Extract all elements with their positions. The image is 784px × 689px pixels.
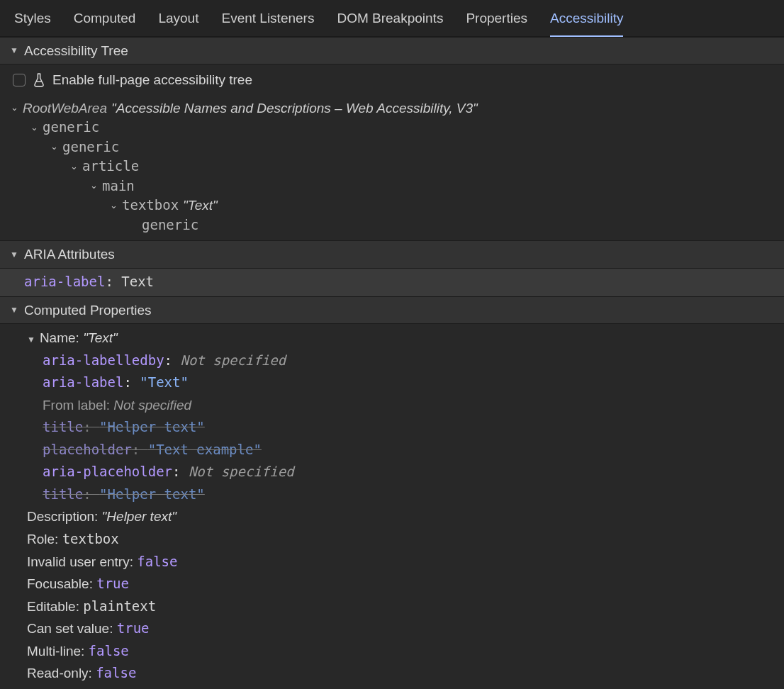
src-attr: placeholder [43, 442, 132, 457]
tab-accessibility[interactable]: Accessibility [550, 7, 623, 37]
chevron-down-icon: ⌄ [50, 140, 58, 154]
src-attr: aria-label [43, 374, 123, 390]
node-role: generic [62, 138, 119, 157]
aria-attribute-row[interactable]: aria-label: Text [0, 269, 784, 296]
prop-label: Can set value: [27, 621, 117, 636]
computed-readonly-row: Read-only: false [10, 662, 774, 685]
prop-value: false [137, 554, 177, 569]
tree-node-article[interactable]: ⌄ article [10, 157, 784, 177]
separator: : [105, 274, 121, 289]
src-value: "Helper text" [99, 486, 205, 502]
tree-node-root[interactable]: ⌄ RootWebArea "Accessible Names and Desc… [10, 99, 784, 118]
prop-value: textbox [62, 531, 119, 547]
tab-event-listeners[interactable]: Event Listeners [221, 7, 314, 36]
prop-value: false [96, 665, 136, 680]
enable-full-page-tree-row: Enable full-page accessibility tree [0, 65, 784, 96]
tree-node-generic-leaf[interactable]: generic [10, 215, 784, 235]
prop-value: "Helper text" [102, 509, 177, 524]
computed-multiline-row: Multi-line: false [10, 640, 774, 663]
node-role: RootWebArea [23, 99, 107, 118]
tree-node-textbox[interactable]: ⌄ textbox "Text" [10, 196, 784, 215]
src-value: "Helper text" [99, 419, 205, 435]
node-name: "Accessible Names and Descriptions – Web… [111, 99, 478, 118]
section-title: Accessibility Tree [24, 41, 128, 61]
src-attr: title [43, 486, 83, 502]
tree-node-main[interactable]: ⌄ main [10, 177, 784, 196]
name-source-aria-labelledby: aria-labelledby: Not specified [10, 349, 774, 372]
tab-styles[interactable]: Styles [14, 7, 51, 36]
computed-cansetvalue-row: Can set value: true [10, 617, 774, 640]
chevron-down-icon: ⌄ [89, 179, 98, 193]
src-attr: aria-labelledby [43, 352, 164, 368]
tab-dom-breakpoints[interactable]: DOM Breakpoints [337, 7, 443, 36]
disclosure-triangle-icon: ▼ [27, 335, 40, 344]
prop-value: false [89, 643, 129, 659]
node-name: "Text" [183, 196, 218, 215]
node-role: textbox [122, 196, 179, 215]
tab-layout[interactable]: Layout [158, 7, 198, 36]
name-source-title-overridden-2: title: "Helper text" [10, 483, 774, 506]
computed-name-row[interactable]: ▼Name: "Text" [10, 327, 774, 349]
src-value: Not specified [189, 464, 294, 479]
experiment-flask-icon [33, 73, 45, 87]
prop-label: Focusable: [27, 576, 96, 591]
prop-label: Name: [40, 330, 83, 345]
section-title: Computed Properties [24, 301, 152, 320]
src-value: Not specified [180, 352, 286, 368]
prop-label: Invalid user entry: [27, 554, 137, 569]
tab-computed[interactable]: Computed [74, 7, 136, 36]
prop-label: Editable: [27, 599, 83, 614]
prop-value: plaintext [83, 598, 156, 614]
chevron-down-icon: ⌄ [109, 199, 118, 213]
node-role: main [102, 177, 135, 196]
name-source-aria-placeholder: aria-placeholder: Not specified [10, 461, 774, 483]
prop-label: Read-only: [27, 666, 96, 680]
section-header-accessibility-tree[interactable]: ▼ Accessibility Tree [0, 37, 784, 65]
src-value: Not specified [113, 398, 191, 413]
src-value: "Text" [140, 374, 189, 390]
chevron-down-icon: ⌄ [30, 121, 38, 135]
computed-role-row: Role: textbox [10, 528, 774, 551]
computed-properties-panel: ▼Name: "Text" aria-labelledby: Not speci… [0, 324, 784, 689]
name-source-title-overridden-1: title: "Helper text" [10, 416, 774, 439]
prop-label: Role: [27, 532, 62, 547]
computed-editable-row: Editable: plaintext [10, 595, 774, 618]
node-role: generic [43, 118, 99, 138]
prop-value: true [96, 576, 129, 591]
name-source-from-label: From label: Not specified [10, 394, 774, 417]
prop-value: true [117, 620, 150, 636]
computed-description-row: Description: "Helper text" [10, 505, 774, 528]
section-title: ARIA Attributes [24, 245, 115, 264]
aria-attr-value: Text [121, 274, 154, 289]
disclosure-triangle-icon: ▼ [10, 249, 18, 261]
computed-invalid-row: Invalid user entry: false [10, 551, 774, 573]
tree-node-generic-2[interactable]: ⌄ generic [10, 138, 784, 157]
aria-attr-name: aria-label [24, 274, 105, 289]
prop-label: Multi-line: [27, 644, 89, 659]
section-header-computed-properties[interactable]: ▼ Computed Properties [0, 296, 784, 325]
computed-focusable-row: Focusable: true [10, 573, 774, 595]
node-role: article [82, 157, 139, 177]
src-attr: title [43, 419, 83, 435]
disclosure-triangle-icon: ▼ [10, 304, 18, 316]
accessibility-tree: ⌄ RootWebArea "Accessible Names and Desc… [0, 96, 784, 241]
computed-required-row: Required: false [10, 685, 774, 689]
prop-value: "Text" [83, 330, 118, 345]
disclosure-triangle-icon: ▼ [10, 45, 18, 57]
name-source-placeholder-overridden: placeholder: "Text example" [10, 439, 774, 461]
node-role: generic [142, 215, 198, 235]
name-source-aria-label: aria-label: "Text" [10, 371, 774, 394]
src-attr: aria-placeholder [43, 464, 172, 479]
chevron-down-icon: ⌄ [69, 160, 78, 174]
prop-label: Description: [27, 509, 102, 524]
section-header-aria-attributes[interactable]: ▼ ARIA Attributes [0, 240, 784, 269]
enable-full-page-tree-checkbox[interactable] [13, 74, 26, 86]
src-value: "Text example" [148, 442, 262, 457]
enable-full-page-tree-label: Enable full-page accessibility tree [52, 70, 252, 90]
tree-node-generic-1[interactable]: ⌄ generic [10, 118, 784, 138]
tab-properties[interactable]: Properties [466, 7, 527, 36]
chevron-down-icon: ⌄ [10, 101, 18, 115]
devtools-subtabs: Styles Computed Layout Event Listeners D… [0, 0, 784, 37]
src-attr: From label: [43, 398, 113, 413]
